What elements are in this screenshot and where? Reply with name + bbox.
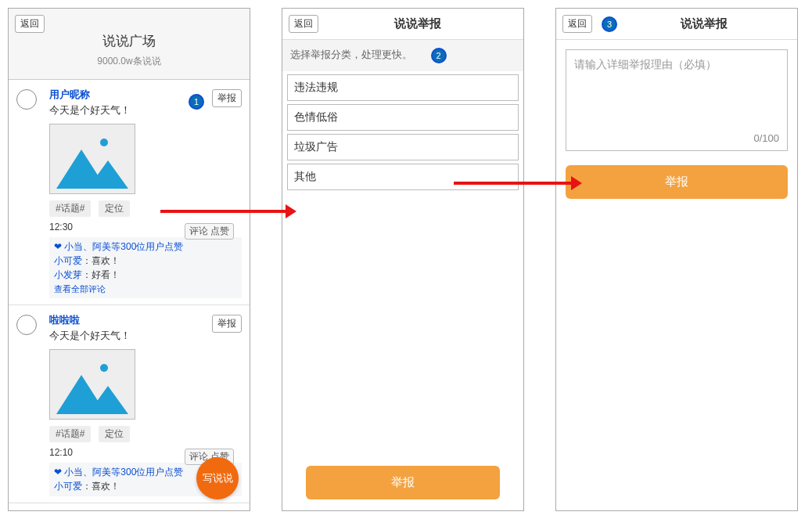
topic-chip[interactable]: #话题# (49, 426, 91, 442)
avatar[interactable] (16, 89, 37, 110)
category-hint: 选择举报分类，处理更快。 2 (282, 40, 523, 71)
step-badge-3: 3 (602, 16, 617, 32)
comment-like-button[interactable]: 评论 点赞 (185, 223, 234, 240)
avatar[interactable] (16, 315, 37, 335)
category-item-porn[interactable]: 色情低俗 (287, 104, 519, 131)
back-button[interactable]: 返回 (562, 15, 592, 33)
compose-fab[interactable]: 写说说 (196, 457, 239, 499)
view-all-comments[interactable]: 查看全部评论 (54, 283, 237, 295)
category-item-spam[interactable]: 垃圾广告 (287, 134, 519, 160)
topbar-title: 说说举报 (318, 16, 517, 31)
input-placeholder: 请输入详细举报理由（必填） (574, 58, 717, 70)
flow-arrow-icon (160, 210, 286, 213)
comment-line: 小可爱：喜欢！ (54, 254, 237, 268)
image-placeholder-icon[interactable] (49, 124, 135, 194)
back-button[interactable]: 返回 (289, 15, 318, 33)
char-counter: 0/100 (753, 132, 779, 144)
likes-text: 小当、阿美等300位用户点赞 (64, 241, 183, 252)
topbar-title: 说说举报 (617, 16, 791, 31)
likes-text: 小当、阿美等300位用户点赞 (64, 467, 183, 478)
heart-icon: ❤ (54, 467, 62, 478)
topbar: 返回 3 说说举报 (556, 9, 797, 40)
topic-chip[interactable]: #话题# (49, 200, 91, 217)
submit-report-button[interactable]: 举报 (566, 165, 788, 199)
topbar: 返回 说说举报 (282, 9, 523, 40)
image-placeholder-icon[interactable] (49, 349, 135, 420)
category-item-other[interactable]: 其他 (287, 164, 519, 190)
location-chip[interactable]: 定位 (99, 200, 130, 217)
report-button[interactable]: 举报 (212, 315, 242, 333)
report-reason-input[interactable]: 请输入详细举报理由（必填） 0/100 (566, 49, 788, 151)
category-item-illegal[interactable]: 违法违规 (287, 74, 519, 101)
screen-feed: 返回 说说广场 9000.0w条说说 举报 1 用户昵称 今天是个好天气！ #话… (8, 8, 250, 511)
screen-report-detail: 返回 3 说说举报 请输入详细举报理由（必填） 0/100 举报 (555, 8, 798, 511)
likes-box: ❤ 小当、阿美等300位用户点赞 小可爱：喜欢！ 小发芽：好看！ 查看全部评论 (49, 237, 242, 298)
flow-arrow-icon (454, 182, 571, 185)
submit-report-button[interactable]: 举报 (306, 466, 500, 499)
feed-header: 返回 说说广场 9000.0w条说说 (9, 9, 250, 80)
feed-subtitle: 9000.0w条说说 (15, 55, 243, 68)
comment-line: 小发芽：好看！ (54, 269, 237, 282)
step-badge-2: 2 (431, 48, 447, 63)
location-chip[interactable]: 定位 (99, 426, 130, 442)
back-button[interactable]: 返回 (15, 15, 45, 33)
screen-report-category: 返回 说说举报 选择举报分类，处理更快。 2 违法违规 色情低俗 垃圾广告 其他… (282, 8, 524, 511)
report-button[interactable]: 举报 (212, 89, 242, 107)
post-item: 举报 1 用户昵称 今天是个好天气！ #话题# 定位 12:30 评论 点赞 (9, 80, 250, 305)
step-badge-1: 1 (189, 94, 204, 110)
feed-title: 说说广场 (15, 32, 243, 50)
heart-icon: ❤ (54, 241, 62, 252)
